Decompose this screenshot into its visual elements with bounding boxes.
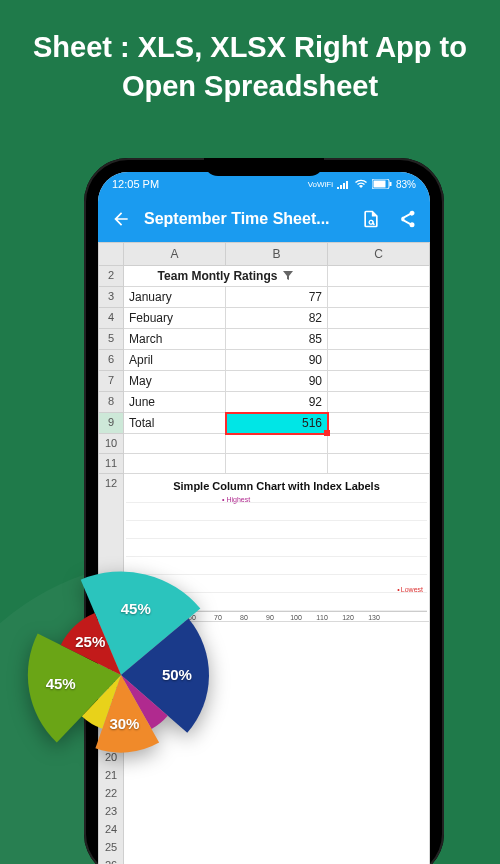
row-header[interactable]: 26 xyxy=(98,856,124,864)
pie-slice-label: 50% xyxy=(162,666,192,683)
cell[interactable] xyxy=(328,454,430,474)
table-row: 7 May 90 xyxy=(98,371,430,392)
pie-slice-label: 30% xyxy=(109,715,139,732)
cell-month[interactable]: April xyxy=(124,350,226,371)
app-title: September Time Sheet... xyxy=(144,210,348,228)
row-header[interactable]: 24 xyxy=(98,820,124,840)
cell-month[interactable]: January xyxy=(124,287,226,308)
cell[interactable] xyxy=(124,820,430,840)
cell[interactable] xyxy=(226,434,328,454)
cell[interactable] xyxy=(226,454,328,474)
pie-slice-label: 25% xyxy=(75,633,105,650)
row-header[interactable]: 11 xyxy=(98,454,124,474)
column-headers: A B C xyxy=(98,242,430,266)
cell-value[interactable]: 92 xyxy=(226,392,328,413)
cell[interactable] xyxy=(328,266,430,287)
annotation-lowest: Lowest xyxy=(397,586,423,593)
table-row: 25 xyxy=(98,838,430,856)
cell[interactable] xyxy=(124,856,430,864)
col-b[interactable]: B xyxy=(226,242,328,266)
pie-chart-overlay: 45%50%30%45%25% xyxy=(6,560,236,790)
table-row: 2 Team Montly Ratings xyxy=(98,266,430,287)
cell[interactable] xyxy=(328,287,430,308)
search-doc-button[interactable] xyxy=(358,206,384,232)
x-tick: 130 xyxy=(364,614,384,621)
cell[interactable] xyxy=(328,413,430,434)
table-row: 10 xyxy=(98,434,430,454)
cell-value[interactable]: 90 xyxy=(226,371,328,392)
row-header[interactable]: 5 xyxy=(98,329,124,350)
chart-title: Simple Column Chart with Index Labels xyxy=(126,478,427,502)
table-row: 5 March 85 xyxy=(98,329,430,350)
cell[interactable] xyxy=(124,454,226,474)
cell[interactable] xyxy=(328,371,430,392)
ratings-header[interactable]: Team Montly Ratings xyxy=(124,266,328,287)
annotation-highest: Highest xyxy=(222,496,250,503)
x-tick: 90 xyxy=(260,614,280,621)
cell-month[interactable]: June xyxy=(124,392,226,413)
back-button[interactable] xyxy=(108,206,134,232)
x-tick: 120 xyxy=(338,614,358,621)
col-a[interactable]: A xyxy=(124,242,226,266)
status-bar: 12:05 PM VoWiFi 83% xyxy=(98,172,430,196)
status-indicators: VoWiFi 83% xyxy=(308,179,416,190)
status-time: 12:05 PM xyxy=(112,178,159,190)
share-button[interactable] xyxy=(394,206,420,232)
table-row: 11 xyxy=(98,454,430,474)
cell[interactable] xyxy=(124,838,430,858)
document-search-icon xyxy=(361,209,381,229)
col-c[interactable]: C xyxy=(328,242,430,266)
x-tick: 80 xyxy=(234,614,254,621)
table-row: 8 June 92 xyxy=(98,392,430,413)
cell-value[interactable]: 82 xyxy=(226,308,328,329)
svg-rect-2 xyxy=(389,182,391,186)
cell-month[interactable]: March xyxy=(124,329,226,350)
corner-cell[interactable] xyxy=(98,242,124,266)
share-icon xyxy=(397,209,417,229)
table-row: 24 xyxy=(98,820,430,838)
pie-chart xyxy=(6,560,236,790)
cell-month[interactable]: May xyxy=(124,371,226,392)
table-row: 3 January 77 xyxy=(98,287,430,308)
app-bar: September Time Sheet... xyxy=(98,196,430,242)
pie-slice-label: 45% xyxy=(121,600,151,617)
battery-icon xyxy=(372,179,392,189)
row-header[interactable]: 4 xyxy=(98,308,124,329)
cell-value[interactable]: 90 xyxy=(226,350,328,371)
row-header[interactable]: 7 xyxy=(98,371,124,392)
x-tick: 100 xyxy=(286,614,306,621)
signal-icon xyxy=(337,179,350,189)
cell-value[interactable]: 85 xyxy=(226,329,328,350)
row-header[interactable]: 9 xyxy=(98,413,124,434)
row-header[interactable]: 8 xyxy=(98,392,124,413)
table-row: 23 xyxy=(98,802,430,820)
table-row: 26 xyxy=(98,856,430,864)
cell-total-label[interactable]: Total xyxy=(124,413,226,434)
cell[interactable] xyxy=(328,350,430,371)
cell[interactable] xyxy=(328,308,430,329)
row-header[interactable]: 2 xyxy=(98,266,124,287)
row-header[interactable]: 10 xyxy=(98,434,124,454)
cell-total-value[interactable]: 516 xyxy=(226,413,328,434)
row-header[interactable]: 25 xyxy=(98,838,124,858)
cell[interactable] xyxy=(124,434,226,454)
row-header[interactable]: 6 xyxy=(98,350,124,371)
arrow-left-icon xyxy=(111,209,131,229)
table-row: 4 Febuary 82 xyxy=(98,308,430,329)
pie-slice-label: 45% xyxy=(46,675,76,692)
x-tick: 110 xyxy=(312,614,332,621)
cell-month[interactable]: Febuary xyxy=(124,308,226,329)
svg-rect-1 xyxy=(373,181,385,188)
row-header[interactable]: 3 xyxy=(98,287,124,308)
cell-value[interactable]: 77 xyxy=(226,287,328,308)
cell[interactable] xyxy=(328,434,430,454)
hero-title: Sheet : XLS, XLSX Right App to Open Spre… xyxy=(0,0,500,116)
table-row: 6 April 90 xyxy=(98,350,430,371)
cell[interactable] xyxy=(328,329,430,350)
row-header[interactable]: 23 xyxy=(98,802,124,822)
table-row: 9 Total 516 xyxy=(98,413,430,434)
filter-icon[interactable] xyxy=(283,271,293,281)
wifi-icon xyxy=(354,179,368,189)
cell[interactable] xyxy=(124,802,430,822)
cell[interactable] xyxy=(328,392,430,413)
